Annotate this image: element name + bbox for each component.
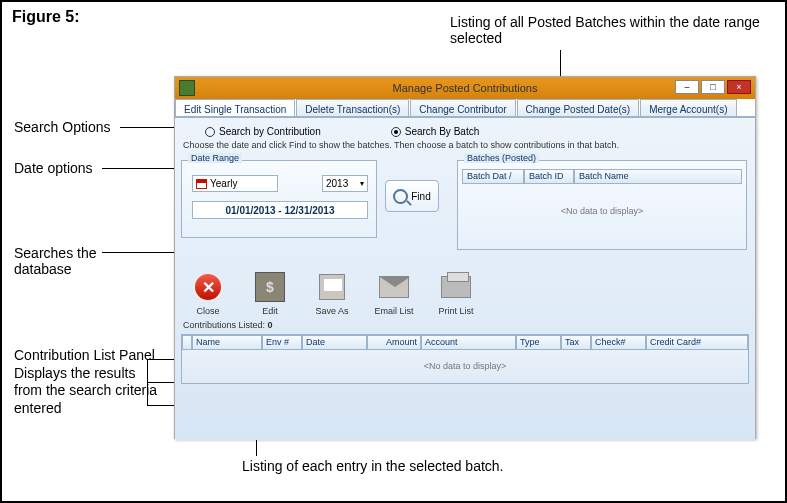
col-env[interactable]: Env # (262, 335, 302, 350)
print-list-button[interactable]: Print List (431, 270, 481, 316)
col-account[interactable]: Account (421, 335, 516, 350)
radio-label-contribution: Search by Contribution (219, 126, 321, 137)
row-selector-col[interactable] (182, 335, 192, 350)
save-as-button[interactable]: Save As (307, 270, 357, 316)
chevron-down-icon: ▾ (360, 179, 364, 188)
save-as-label: Save As (315, 306, 348, 316)
col-type[interactable]: Type (516, 335, 561, 350)
date-range-legend: Date Range (188, 153, 242, 163)
period-value: Yearly (210, 178, 237, 189)
batches-nodata: <No data to display> (458, 206, 746, 216)
caption-contrib-panel: Contribution List Panel Displays the res… (14, 347, 164, 417)
caption-entry-list: Listing of each entry in the selected ba… (242, 458, 504, 474)
year-value: 2013 (326, 178, 348, 189)
date-range-panel: Date Range Yearly 2013 ▾ 01/01/2013 - 12… (181, 160, 377, 238)
grid-nodata: <No data to display> (182, 361, 748, 371)
app-icon (179, 80, 195, 96)
search-icon (393, 189, 408, 204)
toolbar: ✕ Close Edit Save As Email List Pr (183, 270, 481, 316)
radio-search-by-contribution[interactable]: Search by Contribution (205, 126, 321, 137)
titlebar: Manage Posted Contributions – □ × (175, 77, 755, 99)
email-list-button[interactable]: Email List (369, 270, 419, 316)
col-amount[interactable]: Amount (367, 335, 421, 350)
calendar-icon (196, 179, 207, 189)
batches-panel: Batches (Posted) Batch Dat / Batch ID Ba… (457, 160, 747, 250)
batch-col-id[interactable]: Batch ID (524, 169, 574, 184)
tab-change-posted-dates[interactable]: Change Posted Date(s) (517, 99, 640, 116)
contributions-listed-label: Contributions Listed: 0 (183, 320, 273, 330)
floppy-icon (319, 274, 345, 300)
batch-col-date[interactable]: Batch Dat / (462, 169, 524, 184)
caption-find-desc: Searches the database (14, 245, 134, 277)
caption-search-options: Search Options (14, 119, 111, 135)
envelope-icon (379, 276, 409, 298)
caption-batches: Listing of all Posted Batches within the… (450, 14, 770, 46)
edit-button[interactable]: Edit (245, 270, 295, 316)
tab-merge-accounts[interactable]: Merge Account(s) (640, 99, 736, 116)
contributions-grid: Name Env # Date Amount Account Type Tax … (181, 334, 749, 384)
email-label: Email List (374, 306, 413, 316)
tabs: Edit Single Transaction Delete Transacti… (175, 99, 755, 117)
batches-legend: Batches (Posted) (464, 153, 539, 163)
col-name[interactable]: Name (192, 335, 262, 350)
tab-edit-single-transaction[interactable]: Edit Single Transaction (175, 99, 295, 116)
contributions-count: 0 (268, 320, 273, 330)
col-date[interactable]: Date (302, 335, 367, 350)
period-select[interactable]: Yearly (192, 175, 278, 192)
close-icon: ✕ (193, 272, 223, 302)
maximize-button[interactable]: □ (701, 80, 725, 94)
moneybag-icon (255, 272, 285, 302)
col-check[interactable]: Check# (591, 335, 646, 350)
instruction-text: Choose the date and click Find to show t… (183, 140, 619, 150)
tab-delete-transactions[interactable]: Delete Transaction(s) (296, 99, 409, 116)
close-label: Close (196, 306, 219, 316)
year-select[interactable]: 2013 ▾ (322, 175, 368, 192)
radio-search-by-batch[interactable]: Search By Batch (391, 126, 479, 137)
col-tax[interactable]: Tax (561, 335, 591, 350)
print-label: Print List (438, 306, 473, 316)
col-credit-card[interactable]: Credit Card# (646, 335, 748, 350)
window-body: Search by Contribution Search By Batch C… (175, 117, 755, 440)
batch-col-name[interactable]: Batch Name (574, 169, 742, 184)
window: Manage Posted Contributions – □ × Edit S… (174, 76, 756, 439)
figure-label: Figure 5: (12, 8, 80, 26)
window-title: Manage Posted Contributions (393, 82, 538, 94)
minimize-button[interactable]: – (675, 80, 699, 94)
date-range-display: 01/01/2013 - 12/31/2013 (192, 201, 368, 219)
caption-date-options: Date options (14, 160, 93, 176)
close-button[interactable]: ✕ Close (183, 270, 233, 316)
printer-icon (441, 276, 471, 298)
edit-label: Edit (262, 306, 278, 316)
radio-label-batch: Search By Batch (405, 126, 479, 137)
window-close-button[interactable]: × (727, 80, 751, 94)
find-button-label: Find (411, 191, 430, 202)
tab-change-contributor[interactable]: Change Contributor (410, 99, 515, 116)
find-button[interactable]: Find (385, 180, 439, 212)
